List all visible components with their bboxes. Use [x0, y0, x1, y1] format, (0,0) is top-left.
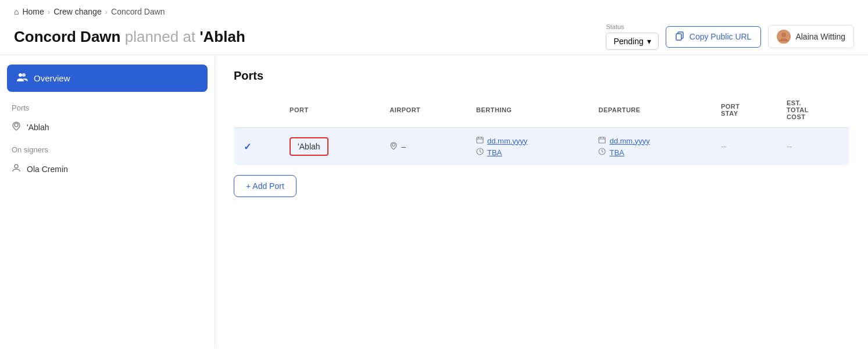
airport-cell[interactable]: – [380, 128, 467, 166]
sidebar-person-name: Ola Cremin [27, 165, 68, 174]
chevron-down-icon: ▾ [647, 37, 651, 46]
add-port-label: + Add Port [246, 181, 284, 191]
check-icon: ✓ [244, 142, 251, 152]
th-airport: AIRPORT [380, 92, 467, 128]
sidebar-item-overview[interactable]: Overview [7, 65, 208, 92]
sidebar-item-ola-cremin[interactable]: Ola Cremin [0, 158, 215, 180]
sidebar-item-ablah[interactable]: 'Ablah [0, 116, 215, 138]
status-value: Pending [613, 37, 643, 46]
sidebar-port-name: 'Ablah [27, 123, 49, 132]
sidebar-overview-label: Overview [34, 73, 70, 83]
berthing-cell: dd.mm.yyyy TBA [467, 128, 589, 166]
th-port: PORT [280, 92, 380, 128]
berthing-calendar-icon [476, 136, 484, 145]
th-berthing: BERTHING [467, 92, 589, 128]
breadcrumb-sep-2: › [105, 8, 108, 16]
sidebar-on-signers-section: On signers [0, 138, 215, 158]
status-dropdown[interactable]: Pending ▾ [606, 33, 658, 50]
sidebar: Overview Ports 'Ablah On signers Ola Cre… [0, 55, 215, 348]
svg-point-8 [392, 143, 395, 146]
th-check [234, 92, 281, 128]
berthing-clock-icon [476, 148, 484, 157]
svg-rect-16 [599, 137, 605, 143]
departure-time[interactable]: TBA [609, 148, 624, 157]
location-pin-icon [12, 122, 21, 133]
berthing-date[interactable]: dd.mm.yyyy [487, 137, 527, 145]
svg-point-4 [19, 73, 22, 77]
user-button[interactable]: Alaina Witting [768, 25, 854, 48]
departure-cell: dd.mm.yyyy TBA [589, 128, 711, 166]
th-est-total-cost: EST.TOTALCOST [777, 92, 849, 128]
svg-point-3 [781, 33, 786, 37]
port-cell[interactable]: 'Ablah [280, 128, 380, 166]
svg-point-5 [22, 73, 26, 77]
add-port-button[interactable]: + Add Port [234, 175, 297, 197]
status-group: Status Pending ▾ [606, 23, 658, 50]
status-label: Status [606, 23, 624, 30]
header-actions: Status Pending ▾ Copy Public URL [606, 23, 854, 50]
sidebar-ports-section: Ports [0, 97, 215, 116]
svg-line-22 [602, 152, 604, 153]
svg-rect-1 [676, 34, 681, 40]
berthing-time[interactable]: TBA [487, 148, 502, 157]
home-icon: ⌂ [14, 7, 19, 16]
port-name-highlighted: 'Ablah [290, 137, 328, 156]
svg-rect-9 [477, 137, 483, 143]
user-name: Alaina Witting [795, 32, 845, 41]
departure-date[interactable]: dd.mm.yyyy [609, 137, 649, 145]
breadcrumb-current: Concord Dawn [111, 7, 165, 16]
breadcrumb-sep-1: › [48, 8, 50, 16]
est-total-cost-cell: -- [777, 128, 849, 166]
airport-value: – [401, 142, 406, 151]
departure-calendar-icon [598, 136, 606, 145]
departure-clock-icon [598, 148, 606, 157]
breadcrumb: ⌂ Home › Crew change › Concord Dawn [14, 7, 854, 16]
th-port-stay: PORTSTAY [712, 92, 777, 128]
copy-icon [676, 31, 685, 42]
svg-point-6 [15, 123, 18, 127]
check-cell: ✓ [234, 128, 281, 166]
breadcrumb-crew-change[interactable]: Crew change [53, 7, 102, 16]
avatar [777, 30, 791, 44]
table-row: ✓ 'Ablah – [234, 128, 849, 166]
ports-title: Ports [234, 69, 849, 83]
breadcrumb-home[interactable]: ⌂ Home [14, 7, 44, 16]
person-icon [12, 163, 21, 174]
svg-line-15 [480, 152, 481, 153]
main-content: Ports PORT AIRPORT BERTHING DEPARTURE PO… [215, 55, 868, 348]
port-stay-cell: -- [712, 128, 777, 166]
ports-table: PORT AIRPORT BERTHING DEPARTURE PORTSTAY… [234, 92, 849, 166]
svg-point-7 [15, 165, 18, 168]
copy-public-url-button[interactable]: Copy Public URL [666, 26, 762, 48]
table-header-row: PORT AIRPORT BERTHING DEPARTURE PORTSTAY… [234, 92, 849, 128]
airport-pin-icon [390, 142, 398, 152]
page-title: Concord Dawn planned at 'Ablah [14, 28, 245, 46]
th-departure: DEPARTURE [589, 92, 711, 128]
people-icon [16, 72, 28, 85]
